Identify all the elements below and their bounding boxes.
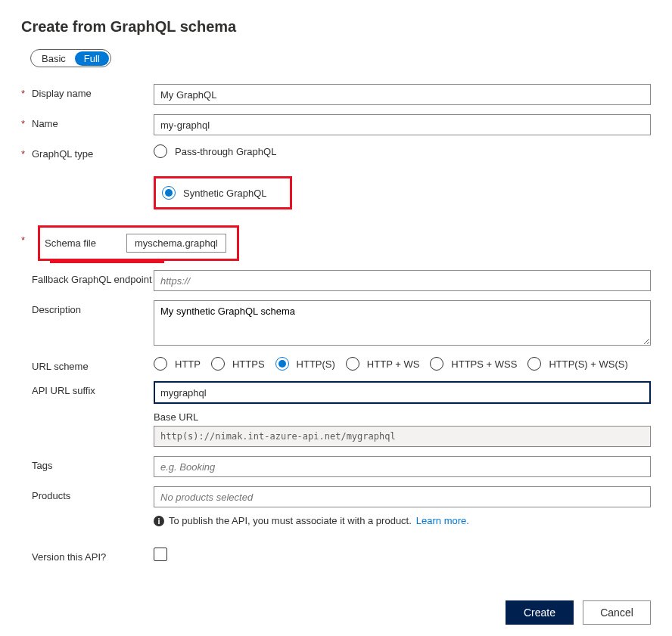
required-marker: * [21, 234, 32, 246]
scheme-https-wss[interactable]: HTTPS + WSS [430, 357, 517, 371]
info-icon: i [154, 516, 164, 526]
synthetic-highlight: Synthetic GraphQL [154, 176, 292, 209]
learn-more-link[interactable]: Learn more. [416, 515, 469, 526]
name-input[interactable] [154, 114, 651, 135]
base-url-label: Base URL [154, 411, 651, 423]
toggle-full[interactable]: Full [75, 51, 109, 66]
products-hint: To publish the API, you must associate i… [169, 515, 412, 526]
schema-file-chip[interactable]: myschema.graphql [126, 234, 226, 253]
fallback-endpoint-label: Fallback GraphQL endpoint [32, 274, 152, 285]
radio-synthetic-label: Synthetic GraphQL [183, 188, 267, 199]
fallback-endpoint-input[interactable] [154, 270, 651, 291]
tags-label: Tags [32, 460, 52, 471]
version-checkbox[interactable] [154, 548, 167, 561]
required-marker: * [21, 148, 32, 160]
base-url-display [154, 426, 651, 447]
radio-passthrough[interactable] [154, 144, 167, 158]
tags-input[interactable] [154, 456, 651, 477]
cancel-button[interactable]: Cancel [583, 600, 651, 625]
display-name-label: Display name [32, 88, 92, 99]
graphql-type-label: GraphQL type [32, 148, 93, 160]
create-button[interactable]: Create [506, 600, 574, 625]
required-marker: * [21, 118, 32, 129]
products-label: Products [32, 490, 70, 501]
api-url-suffix-input[interactable] [154, 381, 651, 404]
description-label: Description [32, 304, 81, 315]
version-label: Version this API? [32, 551, 106, 563]
api-url-suffix-label: API URL suffix [32, 385, 95, 396]
toggle-basic[interactable]: Basic [33, 51, 75, 66]
scheme-http-s-ws-s[interactable]: HTTP(S) + WS(S) [527, 357, 627, 371]
radio-synthetic[interactable] [162, 186, 176, 200]
radio-passthrough-label: Pass-through GraphQL [175, 146, 276, 157]
url-scheme-label: URL scheme [32, 361, 89, 372]
scheme-http[interactable]: HTTP [154, 357, 201, 371]
description-input[interactable] [154, 300, 651, 346]
page-title: Create from GraphQL schema [21, 18, 651, 36]
products-input[interactable] [154, 486, 651, 507]
url-scheme-group: HTTP HTTPS HTTP(S) HTTP + WS HTTPS + WSS… [154, 357, 651, 371]
scheme-http-ws[interactable]: HTTP + WS [346, 357, 419, 371]
scheme-https[interactable]: HTTPS [211, 357, 265, 371]
name-label: Name [32, 118, 58, 129]
required-marker: * [21, 88, 32, 99]
scheme-http-s[interactable]: HTTP(S) [275, 357, 335, 371]
display-name-input[interactable] [154, 84, 651, 105]
schema-file-label: Schema file [45, 237, 96, 249]
mode-toggle[interactable]: Basic Full [30, 49, 111, 67]
